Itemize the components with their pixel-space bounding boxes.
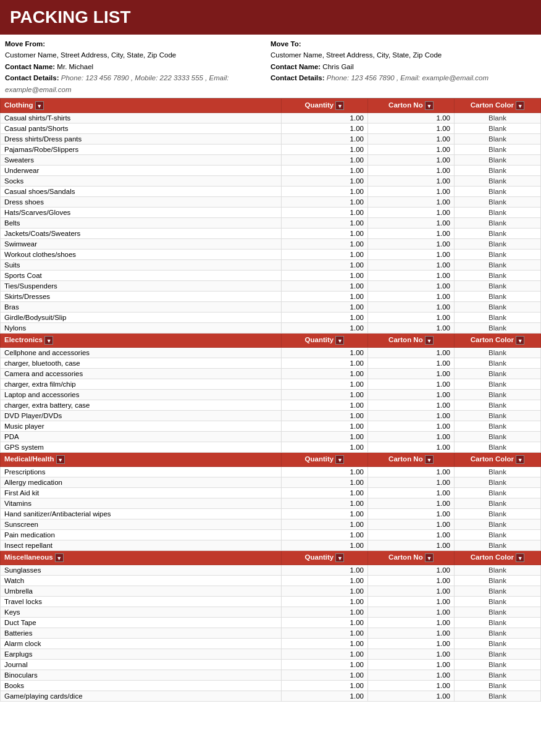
item-carton-no[interactable]: 1.00	[368, 301, 455, 312]
item-carton-no[interactable]: 1.00	[368, 596, 455, 607]
item-carton-no[interactable]: 1.00	[368, 196, 455, 207]
item-carton-color[interactable]: Blank	[455, 519, 541, 529]
item-carton-color[interactable]: Blank	[455, 421, 541, 431]
item-quantity[interactable]: 1.00	[282, 123, 368, 133]
item-carton-no[interactable]: 1.00	[368, 379, 455, 389]
item-carton-color[interactable]: Blank	[455, 596, 541, 607]
item-quantity[interactable]: 1.00	[282, 586, 368, 596]
item-carton-color[interactable]: Blank	[455, 238, 541, 249]
item-quantity[interactable]: 1.00	[282, 259, 368, 270]
item-carton-no[interactable]: 1.00	[368, 498, 455, 508]
item-carton-no[interactable]: 1.00	[368, 442, 455, 452]
item-carton-color[interactable]: Blank	[455, 249, 541, 259]
item-quantity[interactable]: 1.00	[282, 431, 368, 442]
item-carton-color[interactable]: Blank	[455, 207, 541, 217]
item-carton-no[interactable]: 1.00	[368, 400, 455, 410]
item-carton-color[interactable]: Blank	[455, 301, 541, 312]
item-quantity[interactable]: 1.00	[282, 529, 368, 540]
item-carton-no[interactable]: 1.00	[368, 312, 455, 322]
item-carton-no[interactable]: 1.00	[368, 628, 455, 638]
item-carton-no[interactable]: 1.00	[368, 680, 455, 691]
item-carton-color[interactable]: Blank	[455, 112, 541, 123]
item-carton-color[interactable]: Blank	[455, 175, 541, 186]
item-carton-color[interactable]: Blank	[455, 259, 541, 270]
item-carton-color[interactable]: Blank	[455, 228, 541, 238]
item-carton-color[interactable]: Blank	[455, 154, 541, 165]
item-quantity[interactable]: 1.00	[282, 680, 368, 691]
item-carton-color[interactable]: Blank	[455, 410, 541, 421]
item-quantity[interactable]: 1.00	[282, 540, 368, 550]
item-carton-no[interactable]: 1.00	[368, 165, 455, 175]
item-carton-no[interactable]: 1.00	[368, 508, 455, 519]
item-carton-no[interactable]: 1.00	[368, 466, 455, 477]
item-quantity[interactable]: 1.00	[282, 291, 368, 301]
item-carton-no[interactable]: 1.00	[368, 228, 455, 238]
item-carton-no[interactable]: 1.00	[368, 565, 455, 575]
item-carton-color[interactable]: Blank	[455, 529, 541, 540]
item-carton-color[interactable]: Blank	[455, 368, 541, 379]
item-quantity[interactable]: 1.00	[282, 186, 368, 196]
item-carton-color[interactable]: Blank	[455, 586, 541, 596]
item-carton-no[interactable]: 1.00	[368, 358, 455, 368]
item-quantity[interactable]: 1.00	[282, 400, 368, 410]
item-quantity[interactable]: 1.00	[282, 565, 368, 575]
item-carton-color[interactable]: Blank	[455, 217, 541, 228]
item-quantity[interactable]: 1.00	[282, 670, 368, 680]
item-quantity[interactable]: 1.00	[282, 477, 368, 487]
item-carton-no[interactable]: 1.00	[368, 186, 455, 196]
item-carton-color[interactable]: Blank	[455, 442, 541, 452]
item-carton-no[interactable]: 1.00	[368, 207, 455, 217]
item-carton-color[interactable]: Blank	[455, 498, 541, 508]
item-quantity[interactable]: 1.00	[282, 347, 368, 358]
item-quantity[interactable]: 1.00	[282, 249, 368, 259]
item-quantity[interactable]: 1.00	[282, 368, 368, 379]
item-carton-color[interactable]: Blank	[455, 270, 541, 280]
item-carton-color[interactable]: Blank	[455, 540, 541, 550]
item-carton-color[interactable]: Blank	[455, 379, 541, 389]
item-carton-no[interactable]: 1.00	[368, 691, 455, 701]
item-quantity[interactable]: 1.00	[282, 389, 368, 400]
item-carton-no[interactable]: 1.00	[368, 421, 455, 431]
item-carton-no[interactable]: 1.00	[368, 154, 455, 165]
item-carton-no[interactable]: 1.00	[368, 133, 455, 144]
item-carton-no[interactable]: 1.00	[368, 519, 455, 529]
item-carton-no[interactable]: 1.00	[368, 112, 455, 123]
item-carton-color[interactable]: Blank	[455, 617, 541, 628]
item-carton-color[interactable]: Blank	[455, 322, 541, 333]
item-carton-color[interactable]: Blank	[455, 659, 541, 670]
item-carton-no[interactable]: 1.00	[368, 617, 455, 628]
item-quantity[interactable]: 1.00	[282, 519, 368, 529]
item-carton-color[interactable]: Blank	[455, 165, 541, 175]
item-quantity[interactable]: 1.00	[282, 144, 368, 154]
item-quantity[interactable]: 1.00	[282, 301, 368, 312]
item-carton-color[interactable]: Blank	[455, 680, 541, 691]
item-quantity[interactable]: 1.00	[282, 112, 368, 123]
item-carton-color[interactable]: Blank	[455, 508, 541, 519]
item-quantity[interactable]: 1.00	[282, 575, 368, 586]
item-carton-color[interactable]: Blank	[455, 133, 541, 144]
item-carton-no[interactable]: 1.00	[368, 477, 455, 487]
item-quantity[interactable]: 1.00	[282, 228, 368, 238]
item-carton-no[interactable]: 1.00	[368, 368, 455, 379]
item-quantity[interactable]: 1.00	[282, 280, 368, 291]
item-carton-no[interactable]: 1.00	[368, 540, 455, 550]
item-quantity[interactable]: 1.00	[282, 649, 368, 659]
item-quantity[interactable]: 1.00	[282, 628, 368, 638]
item-quantity[interactable]: 1.00	[282, 410, 368, 421]
item-carton-color[interactable]: Blank	[455, 144, 541, 154]
item-carton-color[interactable]: Blank	[455, 477, 541, 487]
item-quantity[interactable]: 1.00	[282, 196, 368, 207]
item-carton-color[interactable]: Blank	[455, 400, 541, 410]
item-quantity[interactable]: 1.00	[282, 207, 368, 217]
item-carton-no[interactable]: 1.00	[368, 638, 455, 649]
item-quantity[interactable]: 1.00	[282, 607, 368, 617]
item-carton-color[interactable]: Blank	[455, 347, 541, 358]
item-carton-color[interactable]: Blank	[455, 291, 541, 301]
item-carton-no[interactable]: 1.00	[368, 259, 455, 270]
item-carton-no[interactable]: 1.00	[368, 649, 455, 659]
item-carton-color[interactable]: Blank	[455, 389, 541, 400]
item-quantity[interactable]: 1.00	[282, 508, 368, 519]
item-quantity[interactable]: 1.00	[282, 596, 368, 607]
item-carton-no[interactable]: 1.00	[368, 249, 455, 259]
item-carton-no[interactable]: 1.00	[368, 123, 455, 133]
